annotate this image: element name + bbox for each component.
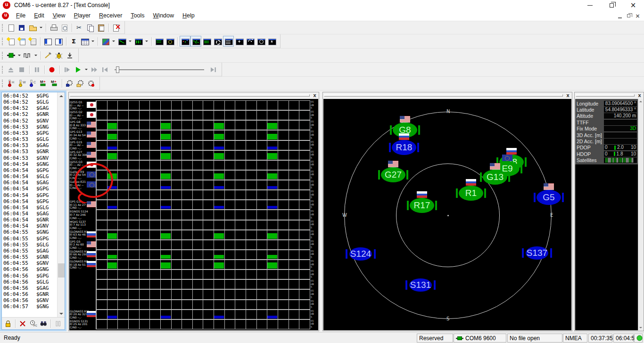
table-button[interactable] xyxy=(79,36,90,47)
close-button[interactable]: × xyxy=(622,0,644,10)
stop-button[interactable] xyxy=(17,64,27,75)
paste-button[interactable] xyxy=(96,22,107,33)
dropdown-arrow[interactable] xyxy=(17,50,22,61)
document-icon[interactable] xyxy=(2,12,9,19)
dots-button[interactable] xyxy=(190,36,201,47)
newtxt-button[interactable] xyxy=(27,36,38,47)
toolbar-grip[interactable] xyxy=(2,38,3,45)
satellite-r1[interactable]: R1 xyxy=(456,185,486,202)
delx-button[interactable] xyxy=(17,318,28,329)
new-button[interactable] xyxy=(6,22,17,33)
panel-grip[interactable] xyxy=(576,94,635,97)
menu-item-edit[interactable]: Edit xyxy=(30,10,49,21)
satellite-s137[interactable]: S137 xyxy=(522,245,552,261)
toolbar-grip[interactable] xyxy=(2,24,3,32)
thermoW-button[interactable]: W xyxy=(17,78,27,89)
dockv-button[interactable] xyxy=(53,36,64,47)
copy-button[interactable] xyxy=(85,22,96,33)
print-button[interactable] xyxy=(48,22,59,33)
dropdown-arrow[interactable] xyxy=(90,36,96,47)
scroll-down-arrow[interactable] xyxy=(58,310,65,317)
pause-button[interactable] xyxy=(32,64,42,75)
satellite-g5[interactable]: G5 xyxy=(534,189,564,206)
satellite-s131[interactable]: S131 xyxy=(405,277,436,294)
menu-item-view[interactable]: View xyxy=(49,10,70,21)
thermoC-button[interactable]: C xyxy=(27,78,38,89)
mdi-close-button[interactable]: × xyxy=(633,12,642,20)
satellite-r18[interactable]: R18 xyxy=(389,139,419,156)
play-button[interactable] xyxy=(73,64,83,75)
panel-close-button[interactable]: x xyxy=(565,93,571,98)
pausebars-button[interactable] xyxy=(53,318,63,329)
menu-item-help[interactable]: Help xyxy=(178,10,199,21)
linechart-button[interactable] xyxy=(116,36,127,47)
satellite-r17[interactable]: R17 xyxy=(407,197,437,214)
scroll-thumb[interactable] xyxy=(58,263,65,278)
gearscr-button[interactable] xyxy=(212,36,223,47)
dropdown-arrow[interactable] xyxy=(127,36,133,47)
wave-button[interactable] xyxy=(22,50,33,61)
thermoH-button[interactable]: H xyxy=(6,78,17,89)
sigma-button[interactable] xyxy=(68,36,79,47)
dropdown-arrow[interactable] xyxy=(144,36,149,47)
toolbar-grip[interactable] xyxy=(2,66,3,74)
barchart-button[interactable] xyxy=(133,36,144,47)
dockh-button[interactable] xyxy=(42,36,53,47)
lock-button[interactable] xyxy=(3,318,13,329)
gearred-button[interactable] xyxy=(86,78,97,89)
download-button[interactable] xyxy=(65,50,75,61)
plug-button[interactable] xyxy=(6,50,17,61)
dropdown-arrow[interactable] xyxy=(38,22,44,33)
panel-grip[interactable] xyxy=(324,94,563,97)
satellite-g27[interactable]: G27 xyxy=(378,166,408,183)
minimize-button[interactable] xyxy=(579,0,601,10)
dropdown-arrow[interactable] xyxy=(33,50,39,61)
menu-item-receiver[interactable]: Receiver xyxy=(95,10,126,21)
ffwd-button[interactable] xyxy=(89,64,100,75)
toolbar-grip[interactable] xyxy=(2,80,3,87)
satellite-g13[interactable]: G13 xyxy=(480,169,510,186)
lines-button[interactable] xyxy=(223,36,234,47)
dropdown-arrow[interactable] xyxy=(83,64,89,75)
restore-button[interactable] xyxy=(601,0,622,10)
scroll-up-arrow[interactable] xyxy=(58,92,65,99)
compass-button[interactable] xyxy=(165,36,175,47)
newcal-button[interactable] xyxy=(17,36,27,47)
panel-grip[interactable] xyxy=(70,94,310,97)
consoleicon-button[interactable] xyxy=(154,36,165,47)
dropdown-arrow[interactable] xyxy=(111,36,116,47)
mplus2-button[interactable]: M+ xyxy=(49,78,60,89)
cut-button[interactable] xyxy=(74,22,85,33)
star-button[interactable] xyxy=(234,36,245,47)
open-button[interactable] xyxy=(27,22,38,33)
satmap-button[interactable] xyxy=(180,36,190,47)
snow-button[interactable] xyxy=(266,36,277,47)
xy-button[interactable] xyxy=(245,36,256,47)
record-button[interactable] xyxy=(47,64,58,75)
panel-close-button[interactable]: x xyxy=(312,93,318,98)
clear-button[interactable] xyxy=(111,22,122,33)
newlog-button[interactable] xyxy=(6,36,17,47)
mdi-minimize-button[interactable] xyxy=(615,12,624,20)
save-button[interactable] xyxy=(17,22,27,33)
toend-button[interactable] xyxy=(208,64,219,75)
console-scrollbar[interactable] xyxy=(57,92,65,317)
clock-button[interactable] xyxy=(256,36,266,47)
menu-item-tools[interactable]: Tools xyxy=(126,10,149,21)
satellite-s124[interactable]: S124 xyxy=(346,245,376,262)
binoc-button[interactable] xyxy=(38,318,49,329)
panel-close-button[interactable]: x xyxy=(636,93,643,98)
playback-slider-thumb[interactable] xyxy=(116,66,119,73)
gearsave-button[interactable] xyxy=(64,78,75,89)
eject-button[interactable] xyxy=(6,64,17,75)
map-button[interactable] xyxy=(100,36,111,47)
playback-slider[interactable] xyxy=(115,66,204,74)
tostart-button[interactable] xyxy=(100,64,111,75)
menu-item-player[interactable]: Player xyxy=(70,10,95,21)
wand-button[interactable] xyxy=(43,50,54,61)
menu-item-file[interactable]: File xyxy=(12,10,30,21)
mplus1-button[interactable]: M+ xyxy=(38,78,49,89)
bug-button[interactable] xyxy=(54,50,65,61)
clockpc-button[interactable]: PC xyxy=(28,318,38,329)
menu-item-window[interactable]: Window xyxy=(149,10,178,21)
